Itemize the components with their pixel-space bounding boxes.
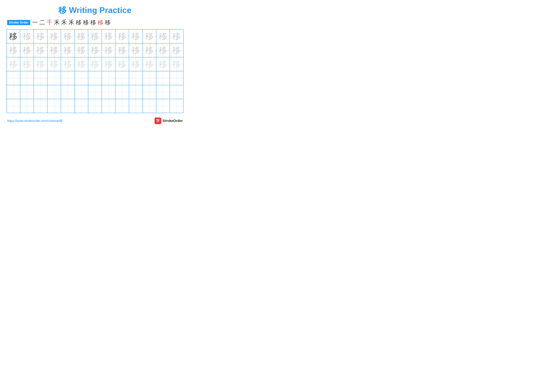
grid-cell-2-0[interactable]: 移 [7,57,20,71]
cell-char-0-6: 移 [91,32,99,41]
grid-cell-0-3[interactable]: 移 [47,29,61,43]
grid-cell-2-12[interactable]: 移 [170,57,183,71]
stroke-order-row: Stroke Order 一二千禾禾禾移移移移移 [6,19,183,26]
grid-cell-1-9[interactable]: 移 [129,43,143,57]
footer: https://www.strokeorder.com/chinese/移 字 … [6,117,183,124]
stroke-char-5: 禾 [68,19,74,26]
grid-cell-4-5[interactable] [75,85,88,99]
grid-cell-3-3[interactable] [47,71,61,85]
grid-cell-5-0[interactable] [7,99,20,113]
cell-char-0-8: 移 [118,32,126,41]
grid-cell-4-2[interactable] [34,85,47,99]
grid-cell-2-1[interactable]: 移 [20,57,34,71]
grid-cell-2-5[interactable]: 移 [75,57,88,71]
grid-cell-1-5[interactable]: 移 [75,43,88,57]
grid-cell-1-1[interactable]: 移 [20,43,34,57]
grid-cell-5-12[interactable] [170,99,183,113]
grid-cell-1-6[interactable]: 移 [88,43,102,57]
grid-cell-0-10[interactable]: 移 [143,29,156,43]
grid-cell-5-6[interactable] [88,99,102,113]
cell-char-1-11: 移 [159,46,167,54]
cell-char-0-5: 移 [77,32,85,41]
grid-cell-0-1[interactable]: 移 [20,29,34,43]
grid-cell-0-12[interactable]: 移 [170,29,183,43]
grid-cell-1-12[interactable]: 移 [170,43,183,57]
grid-cell-2-7[interactable]: 移 [102,57,116,71]
grid-cell-3-10[interactable] [143,71,156,85]
footer-logo: 字 StrokeOrder [154,117,183,124]
grid-cell-0-8[interactable]: 移 [116,29,129,43]
grid-cell-5-5[interactable] [75,99,88,113]
grid-cell-4-10[interactable] [143,85,156,99]
cell-char-2-5: 移 [77,60,85,68]
grid-cell-5-2[interactable] [34,99,47,113]
grid-row-0: 移移移移移移移移移移移移移 [7,29,183,43]
grid-cell-5-3[interactable] [47,99,61,113]
stroke-char-3: 禾 [54,19,60,26]
grid-cell-3-0[interactable] [7,71,20,85]
grid-cell-3-12[interactable] [170,71,183,85]
grid-cell-1-11[interactable]: 移 [156,43,170,57]
cell-char-1-2: 移 [37,46,45,54]
cell-char-0-1: 移 [23,32,31,41]
grid-cell-2-4[interactable]: 移 [61,57,75,71]
grid-cell-3-11[interactable] [156,71,170,85]
grid-cell-5-9[interactable] [129,99,143,113]
grid-cell-4-9[interactable] [129,85,143,99]
grid-cell-2-11[interactable]: 移 [156,57,170,71]
grid-cell-2-10[interactable]: 移 [143,57,156,71]
grid-cell-3-4[interactable] [61,71,75,85]
grid-cell-4-8[interactable] [116,85,129,99]
stroke-char-0: 一 [32,19,38,26]
grid-cell-4-11[interactable] [156,85,170,99]
grid-cell-3-8[interactable] [116,71,129,85]
cell-char-1-8: 移 [118,46,126,54]
grid-row-1: 移移移移移移移移移移移移移 [7,43,183,57]
grid-cell-3-5[interactable] [75,71,88,85]
grid-cell-4-0[interactable] [7,85,20,99]
grid-cell-3-2[interactable] [34,71,47,85]
grid-cell-3-7[interactable] [102,71,116,85]
grid-cell-3-9[interactable] [129,71,143,85]
grid-cell-3-6[interactable] [88,71,102,85]
grid-cell-5-10[interactable] [143,99,156,113]
grid-cell-2-2[interactable]: 移 [34,57,47,71]
grid-cell-1-7[interactable]: 移 [102,43,116,57]
grid-cell-2-9[interactable]: 移 [129,57,143,71]
grid-cell-4-3[interactable] [47,85,61,99]
grid-cell-1-4[interactable]: 移 [61,43,75,57]
grid-cell-2-6[interactable]: 移 [88,57,102,71]
grid-cell-5-11[interactable] [156,99,170,113]
grid-cell-4-7[interactable] [102,85,116,99]
cell-char-0-12: 移 [172,32,181,41]
stroke-char-10: 移 [105,19,110,26]
grid-cell-5-4[interactable] [61,99,75,113]
grid-cell-1-3[interactable]: 移 [47,43,61,57]
grid-cell-1-2[interactable]: 移 [34,43,47,57]
cell-char-0-9: 移 [132,32,140,41]
grid-cell-4-4[interactable] [61,85,75,99]
grid-cell-3-1[interactable] [20,71,34,85]
grid-cell-0-6[interactable]: 移 [88,29,102,43]
grid-cell-4-6[interactable] [88,85,102,99]
cell-char-1-1: 移 [23,46,31,54]
grid-cell-0-0[interactable]: 移 [7,29,20,43]
grid-cell-0-5[interactable]: 移 [75,29,88,43]
grid-cell-0-4[interactable]: 移 [61,29,75,43]
grid-cell-4-1[interactable] [20,85,34,99]
grid-cell-5-7[interactable] [102,99,116,113]
grid-cell-2-3[interactable]: 移 [47,57,61,71]
grid-cell-5-1[interactable] [20,99,34,113]
grid-cell-5-8[interactable] [116,99,129,113]
cell-char-0-2: 移 [37,32,45,41]
grid-cell-4-12[interactable] [170,85,183,99]
grid-cell-0-9[interactable]: 移 [129,29,143,43]
grid-cell-0-11[interactable]: 移 [156,29,170,43]
grid-cell-1-8[interactable]: 移 [116,43,129,57]
grid-cell-2-8[interactable]: 移 [116,57,129,71]
footer-url: https://www.strokeorder.com/chinese/移 [7,119,63,123]
grid-cell-0-7[interactable]: 移 [102,29,116,43]
grid-cell-1-10[interactable]: 移 [143,43,156,57]
grid-cell-1-0[interactable]: 移 [7,43,20,57]
grid-cell-0-2[interactable]: 移 [34,29,47,43]
